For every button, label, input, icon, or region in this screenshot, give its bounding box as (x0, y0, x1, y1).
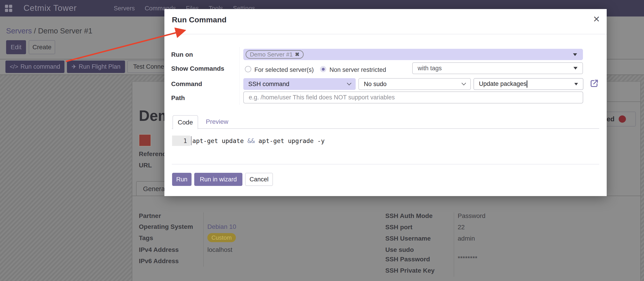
modal-header-divider (164, 34, 607, 34)
app-brand: Cetmix Tower (24, 3, 77, 13)
tags-label: Tags (139, 235, 153, 242)
radio-non-server-restricted-label[interactable]: Non server restricted (330, 66, 386, 73)
code-line-number: 1 (172, 136, 190, 146)
create-button[interactable]: Create (29, 40, 55, 54)
run-on-caret-icon[interactable] (573, 53, 577, 56)
show-commands-label: Show Commands (171, 65, 224, 72)
breadcrumb-separator: / (32, 27, 38, 35)
info-left-separator (203, 212, 204, 267)
edit-button[interactable]: Edit (6, 40, 26, 54)
server-color-swatch[interactable] (139, 134, 151, 146)
command-search-input[interactable]: Update packages (474, 78, 584, 90)
run-on-field[interactable]: Demo Server #1 ✖ (243, 49, 583, 60)
server-chip: Demo Server #1 ✖ (246, 50, 304, 59)
external-link-icon[interactable] (590, 79, 599, 88)
use-sudo-label: Use sudo (385, 246, 414, 254)
ssh-auth-mode-value: Password (458, 212, 486, 220)
ipv6-label: IPv6 Address (139, 258, 179, 265)
code-tag-icon: </> (10, 63, 18, 70)
server-chip-label: Demo Server #1 (250, 51, 292, 58)
tags-filter-select[interactable]: with tags (412, 62, 583, 74)
ssh-auth-mode-label: SSH Auth Mode (385, 212, 432, 220)
ssh-port-label: SSH port (385, 224, 412, 231)
sudo-value: No sudo (364, 81, 387, 88)
command-caret-icon (574, 83, 578, 85)
radio-for-selected-servers[interactable] (245, 66, 251, 72)
ssh-password-value: ******** (458, 255, 477, 262)
breadcrumb: Servers / Demo Server #1 (6, 27, 92, 35)
ssh-private-key-label: SSH Private Key (385, 267, 434, 274)
radio-non-server-restricted[interactable] (320, 66, 326, 72)
run-command-modal: Run Command ✕ Run on Demo Server #1 ✖ Sh… (164, 9, 607, 196)
info-right-separator (454, 212, 454, 277)
modal-close-icon[interactable]: ✕ (593, 15, 600, 23)
smart-button-divider (607, 101, 640, 102)
command-type-value: SSH command (248, 81, 290, 88)
operator-token: && (248, 137, 255, 144)
tags-filter-value: with tags (418, 65, 442, 72)
operating-system-label: Operating System (139, 223, 193, 230)
command-value: Update packages (479, 80, 527, 88)
tag-custom-pill[interactable]: Custom (207, 233, 236, 242)
editor-cursor (191, 136, 192, 145)
path-label: Path (171, 94, 185, 102)
breadcrumb-current: Demo Server #1 (38, 27, 92, 35)
ssh-username-value: admin (458, 235, 475, 242)
form-column-separator (240, 47, 240, 105)
cancel-button[interactable]: Cancel (245, 173, 273, 186)
radio-for-selected-servers-label[interactable]: For selected server(s) (254, 66, 314, 73)
run-on-label: Run on (171, 51, 193, 58)
path-placeholder: e.g. /home/user This field does NOT supp… (249, 94, 395, 101)
nav-item-servers[interactable]: Servers (114, 5, 135, 12)
modal-title: Run Command (172, 15, 226, 24)
tags-filter-caret-icon (574, 67, 578, 70)
url-label: URL (139, 162, 152, 169)
breadcrumb-servers-link[interactable]: Servers (6, 27, 32, 35)
ssh-port-value: 22 (458, 224, 465, 231)
run-button[interactable]: Run (172, 173, 192, 186)
sudo-select[interactable]: No sudo (358, 78, 471, 90)
run-in-wizard-button[interactable]: Run in wizard (194, 173, 242, 186)
apps-grid-icon[interactable] (5, 5, 12, 12)
operating-system-value[interactable]: Debian 10 (207, 223, 236, 230)
command-type-select[interactable]: SSH command (243, 78, 356, 90)
server-title-clipped: Demo (139, 107, 166, 124)
modal-footer-divider (172, 164, 599, 164)
partner-label: Partner (139, 212, 161, 220)
status-stopped-dot (619, 115, 626, 123)
modal-tab-strip-border (172, 128, 599, 129)
text-cursor (527, 80, 527, 88)
tab-code[interactable]: Code (172, 115, 198, 129)
run-flight-plan-button[interactable]: ✈Run Flight Plan (67, 60, 125, 73)
ipv4-label: IPv4 Address (139, 246, 179, 254)
command-label: Command (171, 80, 202, 88)
command-type-chevron-icon (347, 81, 352, 85)
tab-preview[interactable]: Preview (202, 118, 232, 125)
code-line: apt-get update && apt-get upgrade -y (192, 137, 325, 144)
sudo-chevron-icon (462, 81, 466, 85)
code-editor[interactable]: 1 apt-get update && apt-get upgrade -y (172, 136, 325, 146)
chip-remove-icon[interactable]: ✖ (295, 51, 300, 58)
path-input[interactable]: e.g. /home/user This field does NOT supp… (243, 91, 583, 103)
plane-icon: ✈ (72, 63, 76, 70)
ssh-password-label: SSH Password (385, 256, 430, 263)
run-command-button[interactable]: </>Run command (6, 60, 64, 73)
ipv4-value: localhost (207, 246, 232, 254)
ssh-username-label: SSH Username (385, 235, 431, 242)
